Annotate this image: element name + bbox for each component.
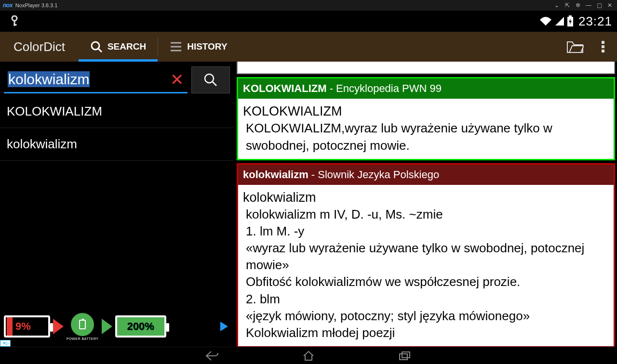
nox-close-icon[interactable]: ✕ xyxy=(605,1,614,10)
battery-low-icon: 9% xyxy=(4,315,50,338)
nox-logo: nox xyxy=(3,2,13,9)
list-icon xyxy=(170,41,182,52)
power-battery-icon xyxy=(71,313,94,336)
play-store-icon[interactable] xyxy=(220,322,228,331)
definition-card[interactable]: kolokwializm - Slownik Jezyka Polskiego … xyxy=(237,163,615,347)
result-item[interactable]: kolokwializm xyxy=(0,128,234,161)
card-body: kolokwializm kolokwializm m IV, D. -u, M… xyxy=(238,185,614,346)
entry-line: Obfitość kolokwializmów we współczesnej … xyxy=(243,273,609,290)
entry-line: «wyraz lub wyrażenie używane tylko w swo… xyxy=(243,240,609,273)
nox-settings-icon[interactable]: ✲ xyxy=(574,1,582,10)
card-source: Encyklopedia PWN 99 xyxy=(336,82,442,94)
nox-dropdown-icon[interactable]: ⌄ xyxy=(552,1,561,10)
svg-rect-16 xyxy=(402,352,410,358)
search-icon xyxy=(90,40,103,53)
nav-back-button[interactable] xyxy=(202,349,222,363)
entry-line: «język mówiony, potoczny; styl języka mó… xyxy=(243,308,609,325)
card-source: Slownik Jezyka Polskiego xyxy=(318,169,439,181)
nox-maximize-icon[interactable]: ▢ xyxy=(595,1,604,10)
tab-search[interactable]: SEARCH xyxy=(79,32,158,62)
svg-point-5 xyxy=(92,42,99,50)
entry-line: kolokwializm m IV, D. -u, Ms. ~zmie xyxy=(243,206,609,223)
arrow-icon xyxy=(53,319,64,334)
entry-title: kolokwializm xyxy=(243,189,609,206)
adchoices-icon[interactable]: ✕▷ xyxy=(0,340,11,347)
nox-title: NoxPlayer 3.8.3.1 xyxy=(15,2,57,8)
android-nav-bar xyxy=(0,347,617,364)
entry-line: 2. blm xyxy=(243,291,609,308)
key-icon xyxy=(10,16,19,26)
card-header: kolokwializm - Slownik Jezyka Polskiego xyxy=(238,165,614,185)
card-headword: kolokwializm xyxy=(243,169,308,181)
svg-rect-4 xyxy=(569,15,572,17)
card-header: KOLOKWIALIZM - Encyklopedia PWN 99 xyxy=(238,78,614,99)
svg-point-13 xyxy=(205,74,214,83)
previous-card-edge xyxy=(237,62,615,74)
entry-line: 1. lm M. -y xyxy=(243,223,609,240)
battery-charging-icon xyxy=(567,15,574,27)
tab-history-label: HISTORY xyxy=(187,41,227,52)
tab-search-label: SEARCH xyxy=(107,41,146,52)
nox-titlebar: nox NoxPlayer 3.8.3.1 ⌄ ⇱ ✲ — ▢ ✕ xyxy=(0,0,617,11)
nav-recents-button[interactable] xyxy=(395,349,415,363)
nox-pin-icon[interactable]: ⇱ xyxy=(563,1,572,10)
ad-brand-label: POWER BATTERY xyxy=(67,337,99,340)
nox-minimize-icon[interactable]: — xyxy=(584,1,593,10)
search-go-button[interactable] xyxy=(191,66,230,93)
svg-point-0 xyxy=(12,16,17,21)
svg-rect-2 xyxy=(14,24,17,26)
battery-full-icon: 200% xyxy=(115,315,166,338)
signal-icon xyxy=(554,16,565,26)
svg-line-6 xyxy=(98,49,102,52)
entry-title: KOLOKWIALIZM xyxy=(243,103,609,120)
ad-banner[interactable]: 9% POWER BATTERY 200% ✕▷ xyxy=(0,306,234,347)
folder-button[interactable] xyxy=(561,32,589,62)
definition-card[interactable]: KOLOKWIALIZM - Encyklopedia PWN 99 KOLOK… xyxy=(237,77,615,160)
arrow-icon xyxy=(102,319,112,334)
entry-line: Kolokwializm młodej poezji xyxy=(243,325,609,341)
android-status-bar: 23:21 xyxy=(0,11,617,32)
svg-rect-10 xyxy=(602,41,604,44)
status-time: 23:21 xyxy=(578,14,612,29)
card-headword: KOLOKWIALIZM xyxy=(243,82,327,94)
app-toolbar: ColorDict SEARCH HISTORY xyxy=(0,32,617,62)
entry-definition: KOLOKWIALIZM,wyraz lub wyrażenie używane… xyxy=(243,120,609,154)
tab-history[interactable]: HISTORY xyxy=(158,32,239,62)
overflow-menu-button[interactable] xyxy=(589,32,617,62)
search-row: kolokwializm ✕ xyxy=(0,62,234,95)
search-input[interactable]: kolokwializm xyxy=(8,71,90,87)
search-input-wrap[interactable]: kolokwializm ✕ xyxy=(4,66,188,93)
svg-rect-15 xyxy=(400,354,407,360)
nav-home-button[interactable] xyxy=(299,349,318,363)
svg-rect-12 xyxy=(602,50,604,52)
clear-icon[interactable]: ✕ xyxy=(167,70,187,89)
app-title: ColorDict xyxy=(0,32,79,62)
result-item[interactable]: KOLOKWIALIZM xyxy=(0,95,234,128)
svg-rect-11 xyxy=(602,45,604,48)
svg-line-14 xyxy=(213,82,216,86)
card-body: KOLOKWIALIZM KOLOKWIALIZM,wyraz lub wyra… xyxy=(238,99,614,159)
wifi-icon xyxy=(539,16,552,26)
